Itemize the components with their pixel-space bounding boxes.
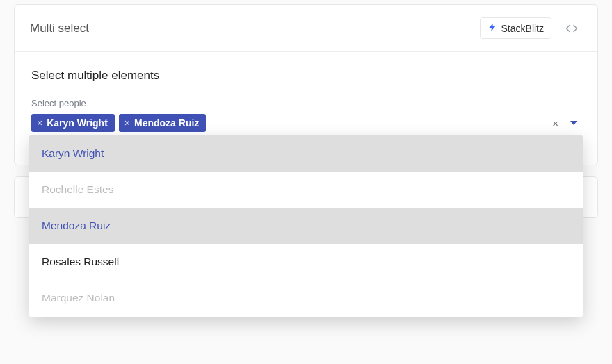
option-label: Mendoza Ruiz [42, 220, 111, 231]
selected-chip: × Karyn Wright [31, 114, 115, 132]
selected-chip: × Mendoza Ruiz [119, 114, 207, 132]
clear-all-button[interactable]: × [548, 117, 563, 129]
option-item[interactable]: Rosales Russell [29, 244, 583, 280]
dropdown-toggle[interactable] [567, 119, 581, 126]
section-heading: Select multiple elements [31, 69, 581, 83]
code-icon [564, 22, 579, 35]
options-scroll[interactable]: Karyn Wright Rochelle Estes Mendoza Ruiz… [29, 135, 583, 317]
option-label: Rochelle Estes [42, 183, 113, 195]
chip-remove-icon[interactable]: × [124, 118, 130, 128]
option-label: Karyn Wright [42, 147, 104, 159]
stackblitz-button[interactable]: StackBlitz [480, 17, 551, 39]
option-item: Rochelle Estes [29, 172, 583, 208]
chip-label: Mendoza Ruiz [134, 117, 199, 129]
caret-down-icon [570, 119, 578, 126]
stackblitz-label: StackBlitz [501, 23, 544, 34]
bolt-icon [488, 22, 497, 35]
option-label: Marquez Nolan [42, 292, 115, 304]
field-label: Select people [31, 98, 581, 108]
option-item: Marquez Nolan [29, 280, 583, 316]
multiselect-control[interactable]: × Karyn Wright × Mendoza Ruiz × [31, 113, 581, 137]
chip-remove-icon[interactable]: × [37, 118, 42, 128]
option-label: Rosales Russell [42, 256, 119, 267]
chip-label: Karyn Wright [47, 117, 108, 129]
option-item[interactable]: Mendoza Ruiz [29, 208, 583, 244]
options-dropdown: Karyn Wright Rochelle Estes Mendoza Ruiz… [29, 135, 583, 317]
card-title: Multi select [30, 22, 89, 35]
card-header: Multi select StackBlitz [15, 5, 597, 52]
header-actions: StackBlitz [480, 17, 582, 39]
option-item[interactable]: Karyn Wright [29, 135, 583, 172]
code-toggle-button[interactable] [561, 19, 582, 38]
